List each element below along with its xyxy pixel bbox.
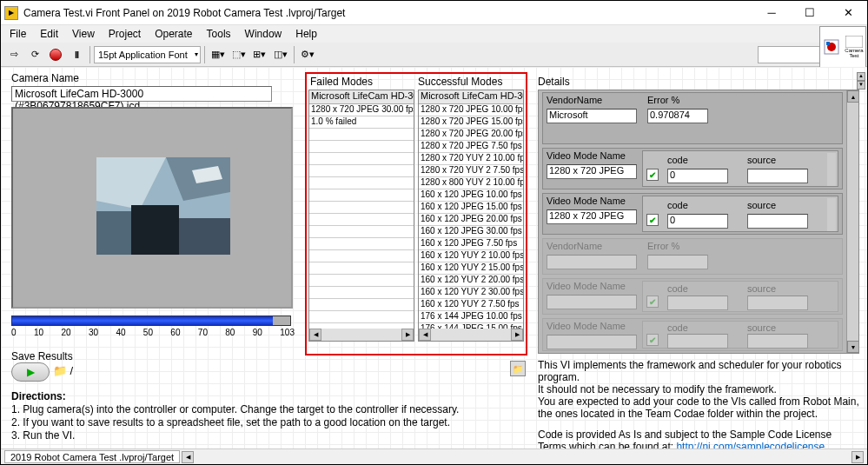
list-item[interactable]: 1280 x 720 JPEG 15.00 fps xyxy=(419,116,523,129)
array-index-control[interactable]: ▲▼ xyxy=(857,72,865,90)
progress-slider[interactable] xyxy=(11,316,291,326)
list-item[interactable]: 160 x 120 YUY 2 7.50 fps xyxy=(419,299,523,311)
menu-project[interactable]: Project xyxy=(102,26,148,42)
connector-pane-icon[interactable] xyxy=(820,27,843,67)
status-project-tab[interactable]: 2019 Robot Camera Test .lvproj/Target xyxy=(4,450,180,463)
scroll-up-button[interactable]: ▲ xyxy=(847,90,859,103)
folder-icon: 📁 xyxy=(513,364,523,374)
details-scrollbar[interactable]: ▲ ▼ xyxy=(846,90,858,353)
list-item[interactable]: 1280 x 720 JPEG 7.50 fps xyxy=(419,141,523,153)
browse-button[interactable]: 📁 xyxy=(510,361,526,376)
menu-edit[interactable]: Edit xyxy=(33,26,65,42)
successful-modes-list[interactable]: Microsoft LifeCam HD-30 1280 x 720 JPEG … xyxy=(418,90,524,342)
run-button[interactable]: ⇨ xyxy=(4,45,23,64)
list-item[interactable]: 160 x 120 JPEG 7.50 fps xyxy=(419,238,523,250)
status-checkbox[interactable]: ✔ xyxy=(646,169,659,181)
error-scrollbar[interactable] xyxy=(827,198,836,231)
list-item[interactable]: 160 x 120 YUY 2 15.00 fps xyxy=(419,262,523,275)
app-icon: ▶ xyxy=(4,6,18,20)
close-button[interactable]: ✕ xyxy=(829,1,867,25)
run-continuous-button[interactable]: ⟳ xyxy=(25,45,44,64)
save-results-button[interactable]: ▶ xyxy=(11,362,50,382)
list-item[interactable]: 1280 x 720 YUY 2 7.50 fps xyxy=(419,165,523,177)
settings-button[interactable]: ⚙▾ xyxy=(298,45,317,64)
list-item[interactable]: 160 x 120 YUY 2 30.00 fps xyxy=(419,287,523,299)
save-results-label: Save Results xyxy=(11,350,73,362)
titlebar: ▶ Camera Test.vi Front Panel on 2019 Rob… xyxy=(1,1,867,25)
list-item[interactable] xyxy=(309,226,414,238)
status-scroll-right[interactable]: ▶ xyxy=(851,451,864,463)
list-item[interactable]: 160 x 120 JPEG 10.00 fps xyxy=(419,189,523,202)
video-mode-cluster-2: Video Mode Name 1280 x 720 JPEG ✔ code 0… xyxy=(542,193,843,235)
list-item[interactable] xyxy=(309,262,414,275)
list-item[interactable] xyxy=(309,177,414,189)
list-item[interactable]: 1280 x 720 JPEG 10.00 fps xyxy=(419,104,523,116)
list-item[interactable]: 1280 x 720 YUY 2 10.00 fps xyxy=(419,153,523,165)
list-item[interactable]: 160 x 120 JPEG 15.00 fps xyxy=(419,202,523,214)
distribute-button[interactable]: ⬚▾ xyxy=(229,45,248,64)
list-item[interactable]: 160 x 120 JPEG 20.00 fps xyxy=(419,214,523,226)
successful-modes-label: Successful Modes xyxy=(418,76,502,88)
menu-tools[interactable]: Tools xyxy=(200,26,238,42)
scroll-left-button[interactable]: ◀ xyxy=(309,329,321,341)
list-item[interactable] xyxy=(309,141,414,153)
scroll-right-button[interactable]: ▶ xyxy=(401,329,414,341)
abort-button[interactable] xyxy=(46,45,65,64)
align-button[interactable]: ▦▾ xyxy=(209,45,228,64)
list-item[interactable] xyxy=(309,214,414,226)
list-item[interactable]: 1280 x 800 YUY 2 10.00 fps xyxy=(419,177,523,189)
video-mode-field[interactable]: 1280 x 720 JPEG xyxy=(547,209,637,224)
menu-window[interactable]: Window xyxy=(238,26,289,42)
status-checkbox[interactable]: ✔ xyxy=(646,214,659,226)
list-item[interactable] xyxy=(309,238,414,250)
path-control[interactable]: 📁 / xyxy=(53,364,73,377)
svg-rect-2 xyxy=(826,42,830,45)
status-scroll-left[interactable]: ◀ xyxy=(182,451,194,463)
list-item[interactable]: 1.0 % failed xyxy=(309,116,414,129)
list-item[interactable] xyxy=(309,165,414,177)
pause-button[interactable]: II xyxy=(67,45,86,64)
camera-name-field[interactable]: Microsoft LifeCam HD-3000 (#3B0679781865… xyxy=(11,86,272,102)
scroll-right-button[interactable]: ▶ xyxy=(511,329,523,341)
list-item[interactable]: 160 x 120 JPEG 30.00 fps xyxy=(419,226,523,238)
menu-file[interactable]: File xyxy=(3,26,33,42)
list-item[interactable] xyxy=(309,129,414,141)
list-item[interactable] xyxy=(309,250,414,262)
code-field[interactable]: 0 xyxy=(667,214,728,229)
list-item[interactable]: 160 x 120 YUY 2 20.00 fps xyxy=(419,275,523,287)
list-item[interactable] xyxy=(309,275,414,287)
source-field[interactable] xyxy=(747,169,808,183)
error-pct-field[interactable]: 0.970874 xyxy=(647,109,708,123)
list-item[interactable] xyxy=(309,189,414,202)
minimize-button[interactable]: ─ xyxy=(752,1,791,25)
menu-view[interactable]: View xyxy=(65,26,102,42)
list-item[interactable]: 1280 x 720 JPEG 20.00 fps xyxy=(419,129,523,141)
font-selector[interactable]: 15pt Application Font xyxy=(94,46,201,63)
image-display[interactable] xyxy=(11,107,293,309)
list-item[interactable] xyxy=(309,153,414,165)
code-field[interactable]: 0 xyxy=(667,169,728,183)
vi-icon[interactable]: Camera Test xyxy=(843,27,865,67)
list-item[interactable] xyxy=(309,311,414,323)
resize-button[interactable]: ⊞▾ xyxy=(250,45,269,64)
source-field[interactable] xyxy=(747,214,808,229)
list-item[interactable]: 176 x 144 JPEG 10.00 fps xyxy=(419,311,523,323)
list-item[interactable] xyxy=(309,202,414,214)
list-item[interactable]: 1280 x 720 JPEG 30.00 fps xyxy=(309,104,414,116)
menu-operate[interactable]: Operate xyxy=(148,26,199,42)
error-scrollbar[interactable] xyxy=(827,153,836,186)
list-item[interactable] xyxy=(309,287,414,299)
list-item[interactable] xyxy=(309,299,414,311)
vendor-name-field[interactable]: Microsoft xyxy=(547,109,637,123)
license-link[interactable]: http://ni.com/samplecodelicense xyxy=(676,441,825,448)
reorder-button[interactable]: ◫▾ xyxy=(271,45,290,64)
list-item[interactable]: 160 x 120 YUY 2 10.00 fps xyxy=(419,250,523,262)
video-mode-field[interactable]: 1280 x 720 JPEG xyxy=(547,164,637,179)
vendor-cluster-disabled: VendorName Error % xyxy=(542,238,843,275)
menu-help[interactable]: Help xyxy=(288,26,324,42)
scroll-left-button[interactable]: ◀ xyxy=(419,329,431,341)
maximize-button[interactable]: ☐ xyxy=(791,1,829,25)
failed-modes-list[interactable]: Microsoft LifeCam HD-30 1280 x 720 JPEG … xyxy=(308,90,414,342)
scroll-down-button[interactable]: ▼ xyxy=(847,341,859,353)
vi-icon-pane[interactable]: Camera Test xyxy=(819,26,866,68)
